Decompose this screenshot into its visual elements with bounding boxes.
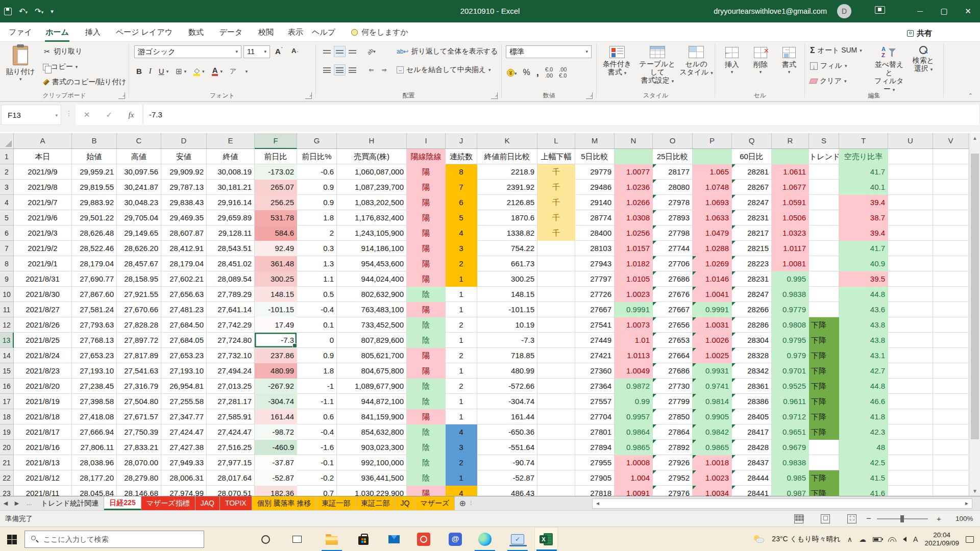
cell-A2[interactable]: 2021/9/9 xyxy=(14,164,72,180)
col-header-D[interactable]: D xyxy=(161,133,207,149)
speaker-icon[interactable] xyxy=(903,537,906,542)
cell-V9[interactable] xyxy=(933,271,969,287)
cell-R5[interactable]: 1.0506 xyxy=(772,210,809,226)
cell-G6[interactable]: 2 xyxy=(297,226,337,241)
cell-G22[interactable]: -0.2 xyxy=(297,470,337,486)
cell-E9[interactable]: 28,089.54 xyxy=(207,271,255,287)
cell-L9[interactable] xyxy=(537,271,575,287)
cell-B8[interactable]: 28,179.04 xyxy=(72,256,117,271)
cell-K19[interactable]: -650.36 xyxy=(477,424,537,440)
cell-P3[interactable]: 1.0748 xyxy=(693,180,732,195)
cell-Q2[interactable]: 28281 xyxy=(732,164,772,180)
cell-O7[interactable]: 27744 xyxy=(653,241,693,256)
cell-J7[interactable]: 3 xyxy=(446,241,477,256)
cell-F20[interactable]: -460.9 xyxy=(255,440,297,455)
cell-F12[interactable]: 17.49 xyxy=(255,317,297,333)
cell-M7[interactable]: 28103 xyxy=(575,241,615,256)
cell-C10[interactable]: 27,921.55 xyxy=(117,287,161,302)
cell-E14[interactable]: 27,732.10 xyxy=(207,348,255,363)
cell-B20[interactable]: 27,806.11 xyxy=(72,440,117,455)
cell-D3[interactable]: 29,787.13 xyxy=(161,180,207,195)
sheet-tab-0[interactable]: トレンド統計関連 xyxy=(36,496,104,510)
cell-E8[interactable]: 28,451.02 xyxy=(207,256,255,271)
cell-O11[interactable]: 27667 xyxy=(653,302,693,317)
col-header-S[interactable]: S xyxy=(809,133,839,149)
cell-L13[interactable] xyxy=(537,333,575,348)
cell-S18[interactable]: 下降 xyxy=(809,409,839,424)
cell-R14[interactable]: 0.979 xyxy=(772,348,809,363)
cell-T15[interactable]: 42.7 xyxy=(839,363,888,379)
cell-N17[interactable]: 0.99 xyxy=(615,394,653,409)
cell-T19[interactable]: 42.3 xyxy=(839,424,888,440)
cell-G12[interactable]: 0.1 xyxy=(297,317,337,333)
cell-L8[interactable] xyxy=(537,256,575,271)
cell-B5[interactable]: 29,501.22 xyxy=(72,210,117,226)
cell-K8[interactable]: 661.73 xyxy=(477,256,537,271)
cell-G4[interactable]: 0.9 xyxy=(297,195,337,210)
row-header-13[interactable]: 13 xyxy=(0,333,14,348)
cell-R16[interactable]: 0.9525 xyxy=(772,379,809,394)
cell-J8[interactable]: 2 xyxy=(446,256,477,271)
cell-H15[interactable]: 804,675,800 xyxy=(337,363,407,379)
cell-M19[interactable]: 27801 xyxy=(575,424,615,440)
cell-I7[interactable]: 陽 xyxy=(407,241,446,256)
col-header-I[interactable]: I xyxy=(407,133,446,149)
cell-P1[interactable] xyxy=(693,149,732,164)
cell-I22[interactable]: 陰 xyxy=(407,470,446,486)
cell-F8[interactable]: 361.48 xyxy=(255,256,297,271)
font-color-icon[interactable]: A xyxy=(212,66,218,76)
cell-K7[interactable]: 754.22 xyxy=(477,241,537,256)
collapse-ribbon-icon[interactable]: ⌃ xyxy=(968,92,973,99)
cell-E16[interactable]: 27,013.25 xyxy=(207,379,255,394)
scroll-left-icon[interactable]: ◄ xyxy=(593,499,602,508)
cell-V10[interactable] xyxy=(933,287,969,302)
cell-D20[interactable]: 27,427.38 xyxy=(161,440,207,455)
row-header-2[interactable]: 2 xyxy=(0,164,14,180)
cell-Q8[interactable]: 28223 xyxy=(732,256,772,271)
cell-B13[interactable]: 27,768.13 xyxy=(72,333,117,348)
cell-C1[interactable]: 高値 xyxy=(117,149,161,164)
cell-T11[interactable]: 43.6 xyxy=(839,302,888,317)
cell-D14[interactable]: 27,653.23 xyxy=(161,348,207,363)
cell-U15[interactable] xyxy=(888,363,933,379)
vertical-scroll-thumb[interactable] xyxy=(971,154,979,439)
increase-indent-icon[interactable]: ⇒ xyxy=(378,64,390,76)
notification-icon[interactable] xyxy=(966,536,974,543)
cell-T2[interactable]: 41.7 xyxy=(839,164,888,180)
cell-J15[interactable]: 1 xyxy=(446,363,477,379)
cell-Q9[interactable]: 28231 xyxy=(732,271,772,287)
cell-P5[interactable]: 1.0633 xyxy=(693,210,732,226)
cell-P23[interactable]: 1.0034 xyxy=(693,486,732,496)
cell-B11[interactable]: 27,581.24 xyxy=(72,302,117,317)
col-header-F[interactable]: F xyxy=(255,133,297,149)
zoom-out-icon[interactable]: − xyxy=(866,511,871,527)
cell-O10[interactable]: 27676 xyxy=(653,287,693,302)
cell-L23[interactable] xyxy=(537,486,575,496)
cell-G18[interactable]: 0.6 xyxy=(297,409,337,424)
cell-R13[interactable]: 0.9795 xyxy=(772,333,809,348)
cell-Q3[interactable]: 28267 xyxy=(732,180,772,195)
increase-decimal-icon[interactable]: €.0.00 xyxy=(545,66,553,79)
cell-R20[interactable]: 0.9679 xyxy=(772,440,809,455)
cell-F14[interactable]: 237.86 xyxy=(255,348,297,363)
cell-I1[interactable]: 陽線陰線 xyxy=(407,149,446,164)
cell-P6[interactable]: 1.0479 xyxy=(693,226,732,241)
cell-P9[interactable]: 1.0146 xyxy=(693,271,732,287)
row-header-3[interactable]: 3 xyxy=(0,180,14,195)
cell-P13[interactable]: 1.0026 xyxy=(693,333,732,348)
cell-P12[interactable]: 1.0031 xyxy=(693,317,732,333)
cell-M3[interactable]: 29486 xyxy=(575,180,615,195)
cell-F15[interactable]: 480.99 xyxy=(255,363,297,379)
cell-N14[interactable]: 1.0113 xyxy=(615,348,653,363)
cell-E21[interactable]: 27,977.15 xyxy=(207,455,255,470)
cell-C4[interactable]: 30,048.23 xyxy=(117,195,161,210)
cell-C3[interactable]: 30,241.87 xyxy=(117,180,161,195)
cell-O5[interactable]: 27893 xyxy=(653,210,693,226)
cell-U1[interactable] xyxy=(888,149,933,164)
clear-button[interactable]: クリア▾ xyxy=(810,77,847,86)
format-painter-button[interactable]: 書式のコピー/貼り付け xyxy=(43,78,127,87)
cell-J4[interactable]: 6 xyxy=(446,195,477,210)
cell-S2[interactable] xyxy=(809,164,839,180)
share-button[interactable]: 共有 xyxy=(907,29,932,38)
cell-Q4[interactable]: 28247 xyxy=(732,195,772,210)
